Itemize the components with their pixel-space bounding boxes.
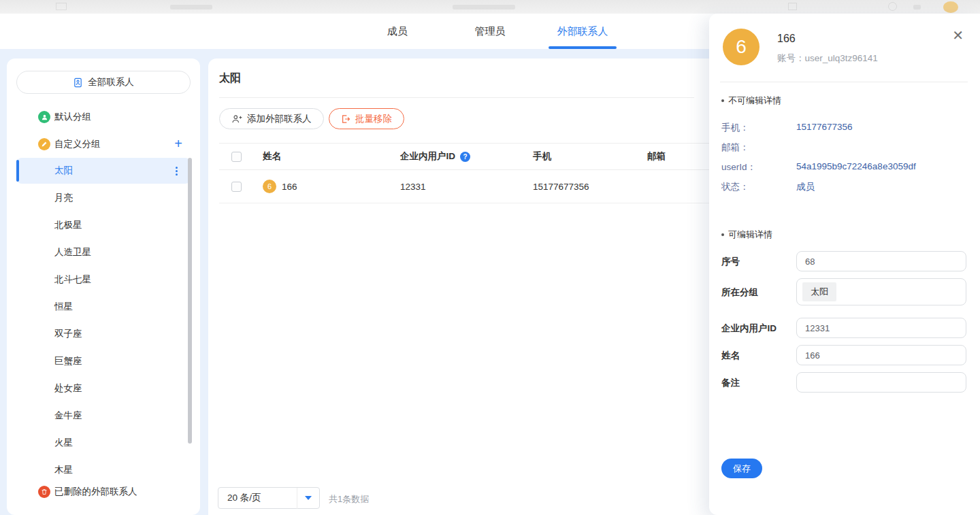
sidebar-item-deleted-contacts[interactable]: 已删除的外部联系人 xyxy=(7,484,200,500)
drawer-avatar: 6 xyxy=(723,29,760,65)
select-all-checkbox[interactable] xyxy=(231,152,242,162)
field-value: 成员 xyxy=(796,181,815,193)
ghost-title-text xyxy=(453,5,515,10)
row-checkbox[interactable] xyxy=(231,182,242,192)
group-label: 恒星 xyxy=(54,301,73,313)
col-phone: 手机 xyxy=(533,150,551,163)
readonly-field-email: 邮箱： xyxy=(721,142,966,154)
group-item[interactable]: 巨蟹座 xyxy=(16,348,191,374)
name-input[interactable] xyxy=(796,345,966,365)
group-item[interactable]: 木星 xyxy=(16,457,191,483)
tab-external-contacts[interactable]: 外部联系人 xyxy=(536,14,629,49)
field-label: 手机： xyxy=(721,122,749,134)
header: 成员 管理员 外部联系人 xyxy=(0,14,721,49)
sidebar-scrollbar[interactable] xyxy=(188,158,192,444)
readonly-field-userid: userId： 54a1995b9c72246a8e3059df xyxy=(721,161,966,173)
ghost-window-icon xyxy=(56,3,67,10)
label-name: 姓名 xyxy=(721,350,740,362)
serial-input[interactable] xyxy=(796,251,966,271)
add-external-contact-button[interactable]: 添加外部联系人 xyxy=(219,108,324,129)
group-item[interactable]: 月亮 xyxy=(16,185,191,211)
tab-admins[interactable]: 管理员 xyxy=(444,14,536,49)
save-button[interactable]: 保存 xyxy=(721,459,762,478)
col-email: 邮箱 xyxy=(647,150,666,163)
add-external-contact-label: 添加外部联系人 xyxy=(247,113,312,125)
all-contacts-label: 全部联系人 xyxy=(88,76,134,88)
field-label: 状态： xyxy=(721,181,749,193)
label-group: 所在分组 xyxy=(721,286,758,299)
row-phone: 15177677356 xyxy=(533,182,589,192)
group-item[interactable]: 金牛座 xyxy=(16,403,191,429)
more-options-icon[interactable] xyxy=(172,165,181,176)
field-value: 54a1995b9c72246a8e3059df xyxy=(796,161,916,171)
group-item[interactable]: 北极星 xyxy=(16,212,191,238)
ghost-avatar xyxy=(943,1,958,13)
pencil-icon xyxy=(38,138,50,150)
batch-remove-button[interactable]: 批量移除 xyxy=(329,108,404,129)
readonly-field-phone: 手机： 15177677356 xyxy=(721,122,966,134)
sidebar-item-default-group[interactable]: 默认分组 xyxy=(7,109,200,125)
group-tag: 太阳 xyxy=(802,282,836,301)
tab-members[interactable]: 成员 xyxy=(351,14,444,49)
section-bullet xyxy=(721,99,724,102)
caret-down-icon xyxy=(305,496,312,500)
add-group-button[interactable]: + xyxy=(170,136,186,152)
readonly-field-status: 状态： 成员 xyxy=(721,181,966,193)
default-group-label: 默认分组 xyxy=(54,111,91,123)
ghost-square-icon xyxy=(788,3,797,10)
field-label: userId： xyxy=(721,161,756,173)
app-root: 成员 管理员 外部联系人 全部联系人 默认分组 xyxy=(0,0,980,515)
deleted-contacts-label: 已删除的外部联系人 xyxy=(54,486,137,498)
contact-detail-drawer: 6 166 账号：user_ulq3tz96141 ✕ 不可编辑详情 手机： 1… xyxy=(709,14,980,515)
readonly-section-title-text: 不可编辑详情 xyxy=(728,95,781,107)
group-item-selected[interactable]: 太阳 xyxy=(16,158,191,184)
corp-user-id-input[interactable] xyxy=(796,318,966,338)
person-icon xyxy=(38,111,50,123)
trash-icon xyxy=(38,486,50,498)
group-item[interactable]: 北斗七星 xyxy=(16,267,191,293)
tab-members-label: 成员 xyxy=(387,25,408,38)
page-size-value: 20 条/页 xyxy=(218,492,297,504)
col-name: 姓名 xyxy=(263,150,281,163)
divider xyxy=(720,82,968,82)
select-divider xyxy=(297,488,297,509)
group-item[interactable]: 恒星 xyxy=(16,294,191,320)
tab-external-contacts-label: 外部联系人 xyxy=(557,25,608,38)
contact-book-icon xyxy=(73,78,83,88)
group-label: 金牛座 xyxy=(54,410,82,422)
close-icon[interactable]: ✕ xyxy=(952,29,964,42)
editable-section-title-text: 可编辑详情 xyxy=(728,229,772,241)
group-item[interactable]: 人造卫星 xyxy=(16,239,191,265)
group-item[interactable]: 处女座 xyxy=(16,376,191,401)
tab-admins-label: 管理员 xyxy=(475,25,506,38)
field-label: 邮箱： xyxy=(721,142,749,154)
page-size-select[interactable]: 20 条/页 xyxy=(218,487,320,509)
total-count-label: 共1条数据 xyxy=(329,493,369,505)
group-label: 木星 xyxy=(54,464,73,476)
group-item[interactable]: 双子座 xyxy=(16,321,191,347)
remark-input[interactable] xyxy=(796,372,966,393)
group-item[interactable]: 火星 xyxy=(16,430,191,456)
readonly-section-title: 不可编辑详情 xyxy=(721,95,781,107)
editable-section-title: 可编辑详情 xyxy=(721,229,772,241)
person-add-icon xyxy=(231,114,242,124)
help-question-icon[interactable]: ? xyxy=(460,152,470,162)
row-avatar: 6 xyxy=(263,180,276,193)
group-input[interactable]: 太阳 xyxy=(796,278,966,305)
selected-indicator-bar xyxy=(16,160,19,182)
group-label: 人造卫星 xyxy=(54,246,91,259)
section-bullet xyxy=(721,233,724,236)
group-label: 处女座 xyxy=(54,382,82,395)
sidebar: 全部联系人 默认分组 自定义分组 + 太阳 月亮 北极星 人造卫星 北斗七星 恒… xyxy=(7,59,200,515)
group-label: 太阳 xyxy=(54,165,73,177)
tab-bar: 成员 管理员 外部联系人 xyxy=(351,14,629,49)
batch-remove-label: 批量移除 xyxy=(355,113,392,125)
active-tab-underline xyxy=(549,46,617,49)
group-label: 巨蟹座 xyxy=(54,355,82,367)
sidebar-item-custom-group[interactable]: 自定义分组 + xyxy=(7,136,200,152)
page-title: 太阳 xyxy=(219,71,241,86)
ghost-help-icon xyxy=(888,2,897,11)
label-corp-user-id: 企业内用户ID xyxy=(721,322,777,335)
all-contacts-button[interactable]: 全部联系人 xyxy=(16,71,191,94)
label-remark: 备注 xyxy=(721,377,740,389)
